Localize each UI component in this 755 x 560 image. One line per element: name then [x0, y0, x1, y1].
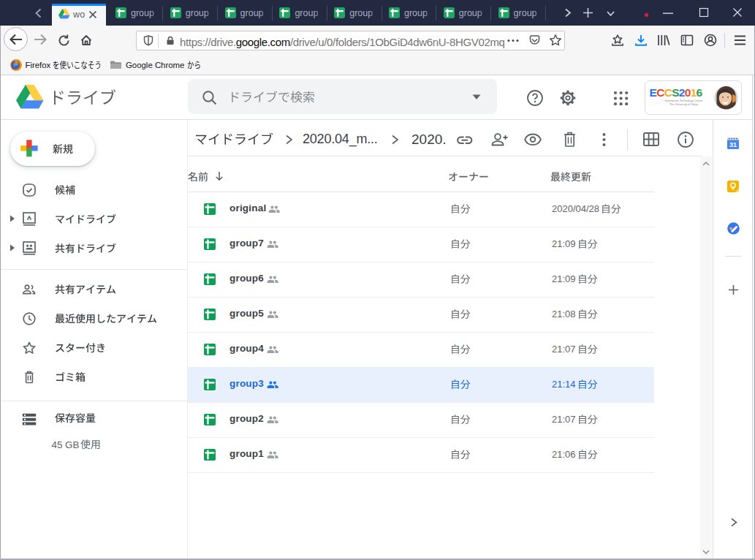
- svg-text:31: 31: [729, 141, 737, 148]
